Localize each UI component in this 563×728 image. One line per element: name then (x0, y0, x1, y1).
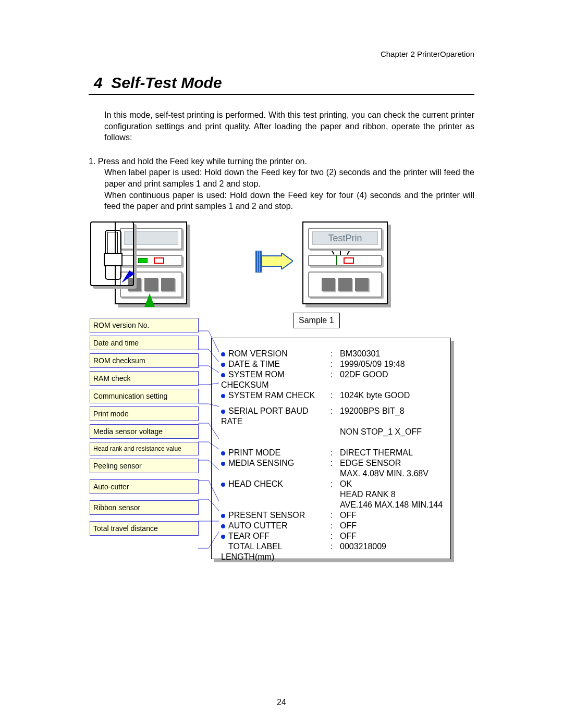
lcd-text: TestPrin (312, 231, 378, 245)
printout-row: TEAR OFF:OFF (221, 531, 444, 541)
printout-value: EDGE SENSOR (340, 458, 444, 468)
printout-value: DIRECT THERMAL (340, 448, 444, 458)
printout-continuation: HEAD RANK 8 (340, 489, 444, 500)
callout-box: ROM checksum (90, 353, 199, 368)
printout-value: 1024K byte GOOD (340, 390, 444, 401)
callout-box: Total travel distance (90, 521, 199, 536)
step-1-para-1: When label paper is used: Hold down the … (104, 167, 474, 189)
printout-key: SERIAL PORT BAUD RATE (221, 406, 309, 426)
pipe-icon (255, 251, 262, 273)
printout-row: DATE & TIME:1999/05/09 19:48 (221, 359, 444, 369)
bullet-icon (221, 373, 225, 377)
svg-marker-0 (262, 253, 293, 269)
printout-value: 02DF GOOD (340, 369, 444, 390)
printout-key: ROM VERSION (228, 349, 288, 358)
printout-row: PRINT MODE:DIRECT THERMAL (221, 448, 444, 458)
printout-row: PRESENT SENSOR:OFF (221, 510, 444, 521)
printout-row: SYSTEM ROM CHECKSUM:02DF GOOD (221, 369, 444, 390)
printout-value: 19200BPS BIT_8 (340, 406, 444, 427)
printout-key: DATE & TIME (228, 360, 280, 368)
callout-list: ROM version No.Date and timeROM checksum… (90, 318, 210, 542)
printout-row: HEAD CHECK:OK (221, 479, 444, 489)
printout-key: PRESENT SENSOR (228, 511, 305, 520)
printout-row: MEDIA SENSING:EDGE SENSOR (221, 458, 444, 468)
printout-continuation: NON STOP_1 X_OFF (340, 427, 444, 437)
callout-box: Auto-cutter (90, 479, 199, 494)
callout-box: Communication setting (90, 389, 199, 403)
bullet-icon (221, 352, 225, 356)
printout-row: AUTO CUTTER:OFF (221, 521, 444, 531)
bullet-icon (221, 394, 225, 398)
panel-button (144, 278, 158, 291)
section-title-text: Self-Test Mode (111, 74, 222, 91)
bullet-icon (221, 535, 225, 539)
callout-box: Ribbon sensor (90, 500, 199, 515)
sample-label: Sample 1 (293, 313, 340, 328)
led-green (138, 258, 148, 263)
panel-button (161, 278, 175, 291)
printout-key: AUTO CUTTER (228, 521, 287, 530)
panel-button (355, 278, 369, 291)
printout-continuation: MAX. 4.08V MIN. 3.68V (340, 468, 444, 479)
printout-value: OK (340, 479, 444, 489)
bullet-icon (221, 514, 225, 518)
led-red (344, 257, 354, 264)
bullet-icon (221, 524, 225, 528)
printout-row: SYSTEM RAM CHECK:1024K byte GOOD (221, 390, 444, 401)
printout-row: SERIAL PORT BAUD RATE:19200BPS BIT_8 (221, 406, 444, 427)
printout-value: 1999/05/09 19:48 (340, 359, 444, 369)
callout-box: RAM check (90, 371, 199, 386)
bullet-icon (221, 451, 225, 455)
printout-value: 0003218009 (340, 541, 444, 562)
printout-key: TOTAL LABEL LENGTH(mm) (221, 542, 282, 561)
step-1-para-2: When continuous paper is used: Hold down… (104, 190, 474, 212)
printout-key: MEDIA SENSING (228, 459, 294, 467)
printout-key: HEAD CHECK (228, 479, 283, 488)
led-red (154, 257, 164, 264)
step-1-lead: 1. Press and hold the Feed key while tur… (89, 156, 474, 167)
diagram-row: TestPrin (89, 221, 474, 315)
printout-row: TOTAL LABEL LENGTH(mm):0003218009 (221, 541, 444, 562)
section-number: 4 (94, 74, 103, 91)
printout-key: SYSTEM RAM CHECK (228, 391, 315, 400)
step-arrow-icon (262, 253, 293, 269)
power-switch-panel (89, 221, 136, 289)
bullet-icon (221, 483, 225, 487)
intro-paragraph: In this mode, self-test printing is perf… (104, 109, 474, 143)
printout-value: OFF (340, 531, 444, 541)
section-title: 4 Self-Test Mode (89, 74, 474, 95)
printout-value: OFF (340, 510, 444, 521)
bullet-icon (221, 410, 225, 414)
printer-panel-after: TestPrin (302, 221, 388, 304)
callout-box: Media sensor voltage (90, 424, 199, 439)
led-green-blinking (336, 255, 337, 265)
printout-value: BM300301 (340, 349, 444, 359)
callout-box: Date and time (90, 336, 199, 350)
printout-key: PRINT MODE (228, 448, 280, 457)
printout-key: SYSTEM ROM CHECKSUM (221, 370, 285, 389)
callout-box: Peeling sensor (90, 459, 199, 473)
feed-key-arrow-icon (144, 293, 155, 307)
page-number: 24 (0, 698, 563, 707)
callout-box: ROM version No. (90, 318, 199, 332)
printout-continuation: AVE.146 MAX.148 MIN.144 (340, 500, 444, 510)
printout-key: TEAR OFF (228, 532, 270, 540)
bullet-icon (221, 462, 225, 466)
printout-row: ROM VERSION:BM300301 (221, 349, 444, 359)
panel-button (338, 278, 352, 291)
chapter-header: Chapter 2 PrinterOparetion (89, 50, 474, 58)
printout-value: OFF (340, 521, 444, 531)
callout-box: Head rank and resistance value (90, 442, 199, 455)
bullet-icon (221, 363, 225, 367)
callout-box: Print mode (90, 406, 199, 421)
panel-button (322, 278, 335, 291)
sample-printout: ROM VERSION:BM300301DATE & TIME:1999/05/… (211, 338, 451, 559)
